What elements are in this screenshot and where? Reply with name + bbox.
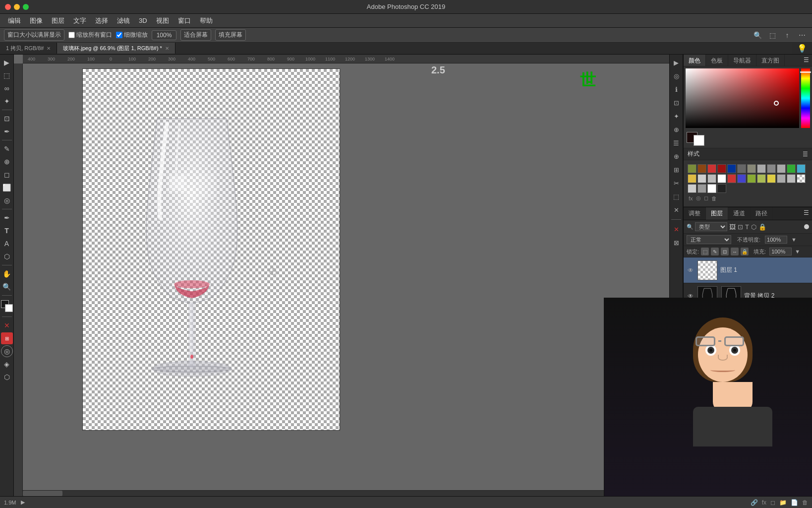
- mac-window-controls[interactable]: [5, 4, 29, 10]
- side-scissors-icon[interactable]: ✂: [670, 177, 682, 189]
- tab-color[interactable]: 颜色: [684, 55, 706, 66]
- lightbulb-icon[interactable]: 💡: [796, 43, 808, 55]
- swatch-25[interactable]: [697, 184, 706, 193]
- fine-zoom-check[interactable]: 细微缩放: [116, 31, 148, 39]
- color-gradient-picker[interactable]: [686, 68, 810, 128]
- close-button[interactable]: [5, 4, 11, 10]
- blend-mode-select[interactable]: 正常 溶解 正片叠底 滤色: [687, 235, 731, 244]
- marquee-tool[interactable]: ⬚: [1, 69, 13, 81]
- status-arrow[interactable]: ▶: [21, 499, 25, 506]
- crop-tool[interactable]: ⊡: [1, 113, 13, 125]
- swatch-9[interactable]: [767, 164, 776, 173]
- tab-swatches[interactable]: 色板: [706, 55, 728, 66]
- background-color[interactable]: [5, 304, 13, 312]
- menu-text[interactable]: 文字: [69, 15, 90, 27]
- swatch-3[interactable]: [707, 164, 716, 173]
- swatch-23[interactable]: [787, 174, 796, 183]
- tab-navigator[interactable]: 导航器: [728, 55, 756, 66]
- hand-tool[interactable]: ✋: [1, 268, 13, 280]
- swatch-rect-icon[interactable]: ◻: [704, 195, 708, 201]
- extra-tool-3[interactable]: ◎: [1, 345, 13, 357]
- share-icon[interactable]: ↑: [781, 29, 793, 41]
- layer-item-1[interactable]: 👁 图层 1: [684, 257, 812, 283]
- eyedropper-tool[interactable]: ✒: [1, 126, 13, 137]
- swatch-26[interactable]: [707, 184, 716, 193]
- swatch-20[interactable]: [757, 174, 766, 183]
- fg-bg-colors[interactable]: [1, 300, 13, 312]
- clone-tool[interactable]: ⊕: [1, 156, 13, 168]
- tab-layers[interactable]: 图层: [706, 207, 728, 220]
- swatch-11[interactable]: [787, 164, 796, 173]
- menu-window[interactable]: 窗口: [174, 15, 195, 27]
- tab-close-active[interactable]: ✕: [165, 46, 169, 51]
- menu-edit[interactable]: 编辑: [4, 15, 25, 27]
- magic-wand-tool[interactable]: ✦: [1, 95, 13, 107]
- side-plus-icon[interactable]: ⊕: [670, 124, 682, 135]
- side-menu-icon[interactable]: ☰: [670, 137, 682, 149]
- zoom-all-checkbox[interactable]: [68, 32, 75, 38]
- tab-histogram[interactable]: 直方图: [756, 55, 785, 66]
- swatch-circle-icon[interactable]: ◎: [696, 195, 701, 201]
- swatch-5[interactable]: [727, 164, 736, 173]
- menu-image[interactable]: 图像: [26, 15, 47, 27]
- opacity-dropdown-icon[interactable]: ▼: [791, 237, 797, 243]
- swatch-12[interactable]: [797, 164, 806, 173]
- extra-tool-4[interactable]: ◈: [1, 358, 13, 370]
- swatch-18[interactable]: [737, 174, 746, 183]
- extra-tool-5[interactable]: ⬡: [1, 371, 13, 383]
- fit-screen-btn2[interactable]: 适合屏幕: [180, 29, 211, 41]
- layer-visibility-1[interactable]: 👁: [687, 266, 695, 274]
- color-saturation-field[interactable]: [686, 68, 799, 128]
- menu-view[interactable]: 视图: [152, 15, 173, 27]
- eraser-tool[interactable]: ◻: [1, 169, 13, 181]
- side-close-icon[interactable]: ✕: [670, 204, 682, 216]
- menu-filter[interactable]: 滤镜: [113, 15, 134, 27]
- fill-input[interactable]: [769, 248, 792, 255]
- swatch-checker-1[interactable]: [797, 174, 806, 183]
- extra-tool-1[interactable]: ✕: [1, 319, 13, 331]
- fit-screen-btn[interactable]: 窗口大小以满屏显示: [4, 29, 64, 41]
- layers-menu-icon[interactable]: ☰: [801, 207, 812, 220]
- shape-tool[interactable]: ⬡: [1, 251, 13, 262]
- blur-tool[interactable]: ◎: [1, 194, 13, 206]
- layer-type-select[interactable]: 类型 名称 效果 模式 属性: [695, 222, 727, 231]
- menu-3d[interactable]: 3D: [135, 15, 151, 26]
- swatch-17[interactable]: [727, 174, 736, 183]
- pen-tool[interactable]: ✒: [1, 212, 13, 224]
- lock-pixels-icon[interactable]: ⬚: [701, 248, 709, 255]
- fine-zoom-checkbox[interactable]: [116, 32, 122, 38]
- tab-adjustments[interactable]: 调整: [684, 207, 706, 220]
- side-bottom-icon[interactable]: ⊠: [670, 237, 682, 249]
- filter-smartobj-icon[interactable]: 🔒: [758, 223, 766, 231]
- path-tool[interactable]: A: [1, 238, 13, 250]
- fg-bg-swatch-container[interactable]: [687, 132, 704, 146]
- swatch-13[interactable]: [688, 174, 696, 183]
- status-folder-icon[interactable]: 📁: [779, 499, 787, 506]
- swatch-1[interactable]: [688, 164, 696, 173]
- side-x-icon[interactable]: ✕: [670, 223, 682, 235]
- color-panel-menu-icon[interactable]: ☰: [801, 55, 812, 66]
- tab-active[interactable]: 玻璃杯.jpeg @ 66.9% (图层 1, RGB/8#) * ✕: [57, 43, 175, 54]
- gradient-tool[interactable]: ⬜: [1, 182, 13, 193]
- scrollbar-horizontal[interactable]: [23, 490, 669, 496]
- minimize-button[interactable]: [14, 4, 20, 10]
- status-page-icon[interactable]: 📄: [791, 499, 798, 506]
- swatch-6[interactable]: [737, 164, 746, 173]
- swatch-21[interactable]: [767, 174, 776, 183]
- tab-channels[interactable]: 通道: [728, 207, 751, 220]
- swatch-22[interactable]: [777, 174, 786, 183]
- filter-toggle[interactable]: [804, 224, 809, 229]
- type-tool[interactable]: T: [1, 225, 13, 237]
- side-info-icon[interactable]: ℹ: [670, 83, 682, 95]
- swatch-16[interactable]: [717, 174, 726, 183]
- side-adjust-icon[interactable]: ⊡: [670, 97, 682, 109]
- search-icon[interactable]: 🔍: [752, 29, 763, 41]
- move-tool[interactable]: ▶: [1, 57, 13, 68]
- swatch-7[interactable]: [747, 164, 756, 173]
- extra-tool-2[interactable]: ⊞: [1, 332, 13, 344]
- swatch-19[interactable]: [747, 174, 756, 183]
- bg-color-swatch[interactable]: [694, 135, 704, 146]
- swatch-8[interactable]: [757, 164, 766, 173]
- styles-menu-icon[interactable]: ☰: [803, 151, 808, 158]
- fill-screen-btn[interactable]: 填充屏幕: [215, 29, 246, 41]
